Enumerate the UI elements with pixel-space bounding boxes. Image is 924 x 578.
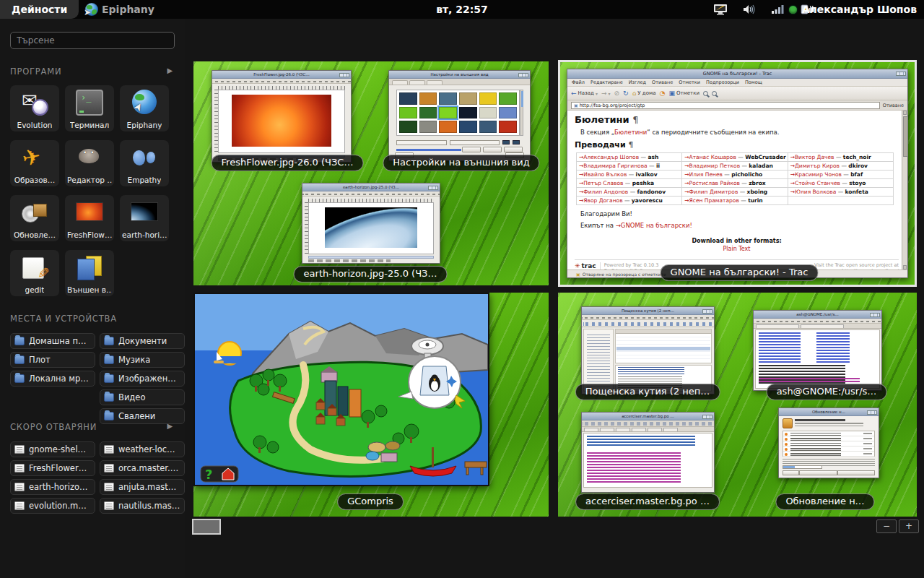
menu-item: Изглед — [629, 79, 646, 85]
wallpaper-thumb — [499, 92, 517, 105]
app-label: gedit — [25, 285, 45, 294]
reload-button: ↻ — [623, 90, 629, 97]
dash-sidebar: ПРОГРАМИ ▶ Evolution Терминал Epiphany — [0, 19, 185, 578]
window-label-terminal: ash@GNOME:/usr/s… — [767, 384, 887, 400]
place-item[interactable]: Домашна п… — [10, 333, 95, 349]
recent-item[interactable]: weather-loc… — [100, 441, 185, 457]
volume-icon[interactable] — [742, 4, 757, 15]
window-gedit-po-file[interactable]: accerciser.master.bg.po … — [581, 412, 715, 493]
window-appearance-settings[interactable]: Настройки на външния вид — [388, 70, 531, 161]
recent-item[interactable]: orca.master.… — [100, 460, 185, 476]
app-tile[interactable]: Epiphany — [120, 85, 169, 131]
window-label-earth: earth-horizon.jpg-25.0 (ЧЗ… — [294, 266, 448, 282]
app-tile[interactable]: earth-hori… — [120, 195, 169, 241]
remove-workspace-button[interactable]: − — [876, 519, 897, 533]
place-item[interactable]: Изображен… — [100, 371, 185, 387]
window-label-appearance: Настройки на външния вид — [383, 155, 539, 171]
wallpaper-thumb — [479, 121, 497, 133]
browser-toolbar: ←Назад▾ →▾ ⊘ ↻ ⌂У дома ◔ ▣Отметки — [567, 87, 907, 100]
workspace-3[interactable]: ? GCompris — [193, 293, 549, 517]
window-gimp-earth-horizon[interactable]: earth-horizon.jpg-25.0 (ЧЗ… — [302, 183, 440, 264]
places-section-header: МЕСТА И УСТРОЙСТВА — [10, 314, 175, 324]
wallpaper-thumb — [399, 121, 417, 133]
workspace-2-active[interactable]: GNOME на български! - Trac ФайлРедактира… — [558, 60, 917, 287]
place-item[interactable]: Плот — [10, 352, 95, 368]
theme-app-icon — [76, 254, 103, 280]
add-workspace-button[interactable]: + — [899, 519, 919, 533]
window-terminal[interactable]: ash@GNOME:/usr/s… — [753, 310, 882, 391]
downloads-folder-icon — [104, 412, 114, 420]
url-field: http://fsa-bg.org/project/gtp — [571, 102, 880, 109]
network-places-icon — [14, 374, 25, 383]
workspace-1[interactable]: FreshFlower.jpg-26.0 (ЧЗС… Настройки на … — [193, 61, 549, 285]
recent-item[interactable]: evolution.m… — [10, 498, 95, 514]
window-label-mail: Пощенска кутия (2 неп… — [575, 384, 720, 400]
app-label: Редактор … — [67, 176, 112, 184]
app-tile[interactable]: Външен в… — [65, 250, 114, 296]
menu-item: Помощ — [745, 79, 762, 85]
window-gimp-freshflower[interactable]: FreshFlower.jpg-26.0 (ЧЗС… — [212, 70, 352, 163]
wallpaper-thumb — [419, 92, 437, 105]
earth-file-icon — [14, 483, 25, 491]
recent-expand-icon[interactable]: ▶ — [167, 422, 174, 430]
menu-item: Подпрозорци — [706, 79, 739, 85]
app-tile[interactable]: Образов… — [10, 140, 59, 186]
app-tile[interactable]: gedit — [10, 250, 59, 296]
wallpaper-thumb — [419, 107, 437, 119]
window-label-gcompris: GCompris — [337, 493, 404, 510]
app-label: Терминал — [70, 121, 109, 129]
translator-cell: →Виктор Дачевtech_noir — [788, 153, 894, 162]
app-tile[interactable]: Evolution — [10, 85, 59, 131]
wallpaper-thumb — [439, 107, 457, 119]
window-label-freshflower: FreshFlower.jpg-26.0 (ЧЗС… — [212, 155, 364, 171]
display-icon[interactable] — [713, 4, 728, 15]
desktop-icon — [14, 355, 25, 364]
user-menu[interactable]: Александър Шопов — [789, 0, 917, 19]
document-icon — [104, 501, 114, 510]
recent-item[interactable]: gnome-shel… — [10, 441, 95, 457]
app-label: Empathy — [128, 176, 162, 184]
place-item[interactable]: Локална мр… — [10, 371, 95, 387]
menu-item: Редактиране — [590, 79, 623, 85]
wallpaper-thumb — [499, 121, 517, 133]
app-tile[interactable]: Терминал — [65, 85, 114, 131]
app-label: Образов… — [14, 176, 56, 184]
workspace-4[interactable]: Пощенска кутия (2 неп… ash@GNOME:/usr/s…… — [558, 293, 917, 517]
recent-item[interactable]: earth-horizo… — [10, 479, 95, 495]
programs-expand-icon[interactable]: ▶ — [167, 66, 174, 74]
translators-table: →Александър Шоповash→Атанас КошаровWebCr… — [576, 152, 894, 205]
app-tile[interactable]: Empathy — [120, 140, 169, 186]
window-gcompris[interactable]: ? — [193, 293, 489, 486]
wallpaper-thumb — [479, 107, 497, 119]
trac-page-content: Бюлетини ¶ В секция „Бюлетини“ са период… — [567, 111, 907, 269]
wallpaper-thumb — [419, 121, 437, 133]
translator-cell: →Юлия Волковаkonfeta — [788, 188, 894, 197]
browser-menubar: ФайлРедактиранеИзгледОтиванеОтметкиПодпр… — [567, 79, 907, 87]
recent-item[interactable]: anjuta.mast… — [100, 479, 185, 495]
app-tile[interactable]: FreshFlow… — [65, 195, 114, 241]
menu-item: Отиване — [652, 79, 673, 85]
place-item[interactable]: Документи — [100, 333, 185, 349]
translator-cell: →Илия Пеневpicholicho — [682, 171, 788, 179]
workspace-switcher-thumbnail[interactable] — [192, 519, 221, 535]
app-tile[interactable]: Редактор … — [65, 140, 114, 186]
network-signal-icon[interactable] — [771, 4, 785, 15]
zoom-in-icon — [712, 91, 717, 96]
scrollbar — [902, 111, 907, 269]
window-update-manager[interactable]: Обновление н… — [778, 407, 879, 478]
app-tile[interactable]: Обновле… — [10, 195, 59, 241]
place-item[interactable]: Видео — [100, 389, 185, 405]
gcompris-scene: ? — [195, 294, 488, 485]
earth-thumb-icon — [131, 202, 158, 221]
recent-item[interactable]: FreshFlower… — [10, 460, 95, 476]
menu-item: Файл — [572, 79, 585, 85]
window-epiphany-trac[interactable]: GNOME на български! - Trac ФайлРедактира… — [567, 69, 908, 278]
earth-horizon-image — [325, 207, 417, 248]
window-evolution-mail[interactable]: Пощенска кутия (2 неп… — [581, 306, 715, 394]
recent-item[interactable]: nautilus.mas… — [100, 498, 185, 514]
search-input[interactable] — [10, 32, 175, 49]
app-label: Външен в… — [67, 285, 112, 294]
wallpaper-thumb — [439, 92, 457, 105]
place-item[interactable]: Музика — [100, 352, 185, 368]
translator-cell: →Петър Славовpeshka — [577, 179, 682, 188]
